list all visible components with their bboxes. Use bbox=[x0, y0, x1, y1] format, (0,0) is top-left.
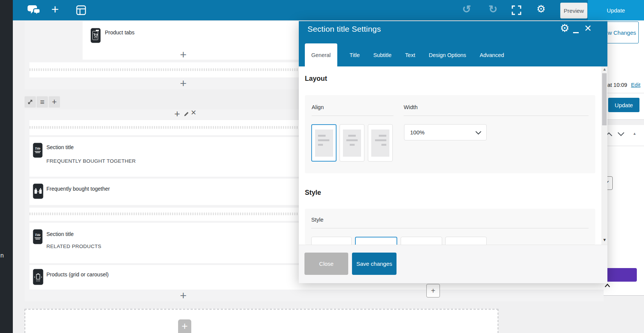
section-title-icon: Title bbox=[33, 143, 43, 158]
field-divider bbox=[312, 116, 393, 116]
undo-icon[interactable]: ↺ bbox=[462, 4, 471, 15]
align-center-thumbnail bbox=[343, 130, 361, 157]
add-block-icon[interactable]: + bbox=[51, 3, 59, 15]
svg-text:›: › bbox=[41, 275, 42, 279]
add-block-big-button[interactable]: + bbox=[178, 319, 191, 333]
admin-menu-letter: n bbox=[0, 252, 4, 259]
update-button-top[interactable]: Update bbox=[588, 0, 644, 20]
column-remove-icon[interactable]: × bbox=[191, 108, 196, 117]
chevron-down-icon bbox=[475, 131, 481, 135]
admin-menu-sidebar[interactable]: n bbox=[0, 0, 13, 333]
site-logo-icon[interactable] bbox=[27, 5, 41, 16]
preview-changes-button[interactable]: w Changes bbox=[605, 22, 639, 43]
add-block-inline-icon[interactable]: + bbox=[180, 290, 187, 301]
tab-advanced[interactable]: Advanced bbox=[479, 43, 506, 66]
column-add-icon[interactable]: + bbox=[174, 109, 180, 119]
empty-drop-area[interactable] bbox=[25, 309, 498, 333]
tab-design-options[interactable]: Design Options bbox=[427, 43, 467, 66]
preview-button[interactable]: Preview bbox=[560, 3, 587, 18]
scroll-up-icon[interactable]: ▲ bbox=[603, 67, 607, 71]
template-layout-icon[interactable] bbox=[76, 5, 86, 15]
field-divider bbox=[311, 228, 589, 228]
modal-title: Section title Settings bbox=[307, 25, 381, 34]
modal-tabs: General Title Subtitle Text Design Optio… bbox=[305, 43, 505, 66]
minimize-icon[interactable] bbox=[573, 32, 579, 33]
block-label: Frequently bought together bbox=[46, 186, 110, 192]
expand-block-button[interactable] bbox=[25, 96, 36, 108]
sidebar-below-gap bbox=[604, 296, 644, 333]
edit-published-link[interactable]: Edit bbox=[631, 82, 640, 88]
close-icon[interactable]: × bbox=[584, 22, 592, 34]
sidebar-divider bbox=[604, 146, 644, 146]
collapse-chevron-icon[interactable] bbox=[604, 284, 610, 287]
layout-heading: Layout bbox=[305, 75, 327, 83]
sidebar-divider bbox=[604, 93, 644, 93]
width-select[interactable]: 100% bbox=[404, 124, 487, 140]
add-row-button[interactable]: + bbox=[49, 96, 60, 108]
align-label: Align bbox=[312, 104, 324, 110]
editor-toolbar: + ↺ ↻ ⚙ Preview Update bbox=[13, 0, 644, 20]
width-label: Width bbox=[404, 104, 418, 110]
save-changes-button[interactable]: Save changes bbox=[352, 253, 397, 275]
published-info: at 10:09 Edit bbox=[607, 82, 640, 88]
svg-text:‹: ‹ bbox=[34, 275, 35, 279]
document-sidebar bbox=[604, 21, 644, 296]
scrollbar-thumb[interactable] bbox=[602, 73, 607, 125]
tab-title[interactable]: Title bbox=[349, 43, 361, 66]
align-option-left[interactable] bbox=[311, 124, 337, 162]
add-block-inline-icon[interactable]: + bbox=[180, 49, 187, 60]
sidebar-panel-gap bbox=[604, 120, 644, 125]
block-subtitle: RELATED PRODUCTS bbox=[46, 244, 101, 249]
settings-gear-icon[interactable]: ⚙ bbox=[536, 4, 546, 14]
align-right-thumbnail bbox=[371, 130, 389, 157]
block-label: Section title bbox=[46, 231, 74, 237]
add-block-outline-button[interactable]: + bbox=[426, 284, 440, 298]
update-button-sidebar[interactable]: Update bbox=[608, 98, 639, 112]
align-option-center[interactable] bbox=[340, 124, 364, 162]
expand-arrows-icon bbox=[27, 99, 33, 105]
plus-icon: + bbox=[52, 97, 57, 107]
redo-icon[interactable]: ↻ bbox=[489, 4, 497, 15]
tab-subtitle[interactable]: Subtitle bbox=[372, 43, 392, 66]
block-label: Product tabs bbox=[105, 29, 135, 35]
field-divider bbox=[404, 116, 589, 116]
block-label: Section title bbox=[46, 144, 74, 150]
align-option-right[interactable] bbox=[368, 124, 393, 162]
style-heading: Style bbox=[305, 189, 321, 197]
column-edit-pencil-icon[interactable] bbox=[184, 111, 189, 117]
svg-text:+: + bbox=[37, 190, 39, 194]
menu-lines-icon: ≡ bbox=[40, 98, 45, 106]
tab-general[interactable]: General bbox=[305, 43, 337, 66]
plus-icon: + bbox=[431, 287, 435, 295]
close-button[interactable]: Close bbox=[304, 253, 348, 275]
plus-icon: + bbox=[181, 321, 188, 333]
svg-text:Title: Title bbox=[35, 233, 41, 237]
editor-screen: n + ↺ ↻ ⚙ Preview Upd bbox=[0, 0, 644, 333]
products-grid-icon: ‹ › bbox=[33, 269, 43, 285]
block-label: Products (grid or carousel) bbox=[46, 271, 109, 278]
svg-text:Title: Title bbox=[35, 147, 41, 150]
row-layout-button[interactable]: ≡ bbox=[37, 96, 48, 108]
align-left-thumbnail bbox=[315, 130, 333, 157]
frequently-bought-together-icon: + bbox=[33, 183, 43, 199]
section-title-icon: Title bbox=[33, 229, 43, 244]
modal-gear-icon[interactable]: ⚙ bbox=[560, 23, 569, 34]
panel-toggle-triangle-icon[interactable]: ▲ bbox=[633, 131, 636, 136]
move-down-chevron-icon[interactable] bbox=[617, 132, 625, 137]
block-subtitle: FREQUENTLY BOUGHT TOGETHER bbox=[46, 158, 136, 164]
product-tabs-icon bbox=[91, 28, 101, 43]
fullscreen-icon[interactable] bbox=[512, 5, 521, 15]
tab-text[interactable]: Text bbox=[404, 43, 417, 66]
add-block-inline-icon[interactable]: + bbox=[180, 78, 187, 89]
style-label: Style bbox=[311, 217, 323, 223]
scroll-down-icon[interactable]: ▼ bbox=[603, 237, 607, 242]
